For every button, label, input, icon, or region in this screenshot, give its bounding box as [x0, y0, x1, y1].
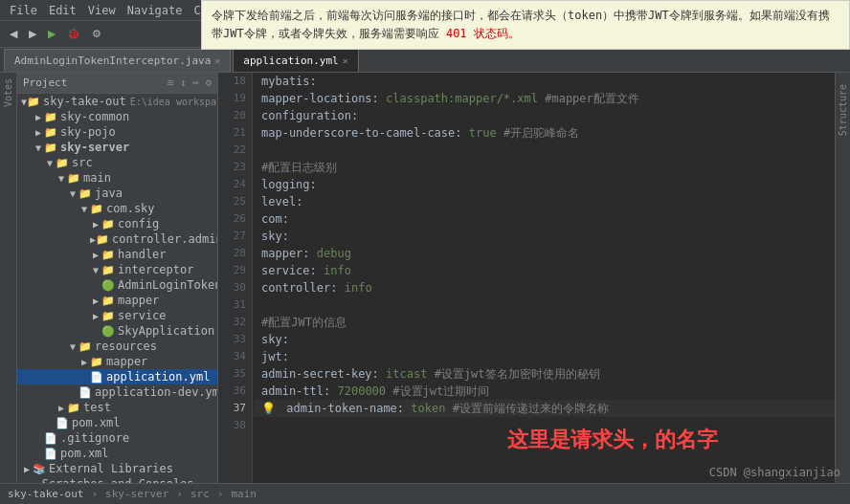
line-number: 38	[218, 417, 252, 434]
tree-item[interactable]: ▼📁sky-server	[17, 140, 217, 155]
code-line: configuration:	[254, 107, 835, 124]
tree-label: sky-common	[60, 110, 129, 123]
tree-item[interactable]: ▼📁com.sky	[17, 201, 217, 216]
tree-item[interactable]: ▶📁sky-common	[17, 109, 217, 124]
tree-item[interactable]: ▼📁interceptor	[17, 262, 217, 277]
line-number: 34	[218, 348, 252, 365]
tree-icon: 🟢	[101, 279, 115, 292]
tree-item[interactable]: ▶📁handler	[17, 247, 217, 262]
tab-interceptor[interactable]: AdminLoginTokenInterceptor.java ✕	[4, 49, 231, 72]
status-src: src	[190, 488, 210, 500]
tree-label: controller.admin	[112, 232, 217, 246]
tree-icon: 📁	[101, 295, 115, 307]
sidebar: Project ≡ ↕ ↔ ⚙ ▼📁sky-take-outE:\idea_wo…	[17, 73, 218, 483]
tab-bar: AdminLoginTokenInterceptor.java ✕ applic…	[0, 48, 850, 73]
tab-yml-label: application.yml	[243, 55, 338, 67]
line-number: 26	[218, 210, 252, 228]
tree-icon: 📁	[27, 96, 40, 108]
line-number: 25	[218, 193, 252, 210]
tree-item[interactable]: ▼📁src	[17, 155, 217, 170]
status-sep1: ›	[91, 488, 98, 500]
code-line: admin-ttl: 7200000 #设置jwt过期时间	[254, 383, 835, 400]
status-main: main	[231, 488, 257, 500]
status-sep2: ›	[176, 488, 183, 500]
tree-label: resources	[95, 340, 157, 353]
tab-yml-close[interactable]: ✕	[343, 55, 348, 66]
tree-item[interactable]: ▶📁mapper	[17, 293, 217, 308]
menu-edit[interactable]: Edit	[43, 4, 82, 17]
code-content: mybatis: mapper-locations: classpath:map…	[254, 73, 835, 483]
code-line	[254, 296, 835, 314]
line-number: 19	[218, 90, 252, 107]
tree-item[interactable]: ▶📁test	[17, 400, 217, 415]
tree-icon: 📄	[44, 448, 57, 460]
tree-item[interactable]: 🟢SkyApplication	[17, 323, 217, 339]
toolbar-back[interactable]: ◀	[6, 26, 21, 42]
code-line: jwt:	[254, 348, 835, 365]
tree-arrow: ▼	[90, 265, 101, 275]
line-number: 20	[218, 107, 252, 124]
toolbar-settings[interactable]: ⚙	[88, 26, 105, 42]
tree-icon: 📁	[78, 187, 92, 200]
tree-item[interactable]: ▶📁config	[17, 216, 217, 231]
tree-item[interactable]: 📄pom.xml	[17, 446, 217, 461]
tree-item[interactable]: ▼📁resources	[17, 339, 217, 354]
project-tree: ▼📁sky-take-outE:\idea_workspace_wh\wh_hu…	[17, 94, 217, 483]
tree-item[interactable]: 📄application-dev.yml	[17, 384, 217, 400]
tree-item[interactable]: ▶📁controller.admin	[17, 231, 217, 247]
tree-item[interactable]: 🟢AdminLoginTokenIntercepto	[17, 277, 217, 293]
tree-label: mapper	[118, 294, 159, 307]
tree-icon: 📁	[101, 264, 115, 276]
tree-extra: E:\idea_workspace_wh\wh_huangpu01	[130, 97, 217, 107]
tree-item[interactable]: ▼📁sky-take-outE:\idea_workspace_wh\wh_hu…	[17, 94, 217, 109]
menu-file[interactable]: File	[4, 4, 43, 17]
status-module: sky-server	[105, 488, 168, 500]
code-line: #配置日志级别	[254, 159, 835, 176]
tree-item[interactable]: 📄application.yml	[17, 369, 217, 384]
tree-item[interactable]: ▼📁main	[17, 170, 217, 186]
menu-view[interactable]: View	[82, 4, 122, 17]
toolbar-run[interactable]: ▶	[44, 26, 59, 42]
tree-icon: 📄	[56, 417, 69, 429]
line-number: 36	[218, 383, 252, 400]
tree-label: SkyApplication	[118, 324, 214, 338]
tree-arrow: ▼	[67, 341, 78, 352]
tree-arrow: ▶	[90, 311, 101, 321]
tree-icon: 📁	[44, 142, 57, 154]
popup-notification: 令牌下发给前端之后，前端每次访问服务端的接口时，都会在请求头（token）中携带…	[201, 0, 850, 50]
tree-icon: 📚	[33, 463, 46, 475]
code-line: com:	[254, 210, 835, 228]
tree-icon: 📁	[101, 218, 115, 230]
tree-label: .gitignore	[60, 431, 129, 445]
tree-item[interactable]: ▶📁mapper	[17, 354, 217, 369]
status-sep3: ›	[217, 488, 224, 500]
tree-label: application-dev.yml	[95, 385, 217, 399]
tab-interceptor-close[interactable]: ✕	[214, 55, 220, 66]
tree-item[interactable]: ▶📁service	[17, 308, 217, 323]
votes-panel: Votes	[0, 73, 17, 483]
tree-label: sky-take-out	[43, 95, 126, 108]
editor[interactable]: 1819202122232425262728293031323334353637…	[218, 73, 835, 483]
toolbar-debug[interactable]: 🐞	[63, 26, 84, 42]
tree-arrow: ▶	[78, 357, 90, 367]
menu-navigate[interactable]: Navigate	[122, 4, 189, 17]
tree-item[interactable]: ▼📁java	[17, 186, 217, 201]
line-number: 24	[218, 176, 252, 193]
tree-icon: 📄	[78, 386, 92, 399]
tab-application-yml[interactable]: application.yml ✕	[233, 49, 358, 72]
toolbar-forward[interactable]: ▶	[25, 26, 40, 42]
tree-label: java	[95, 186, 123, 200]
tree-arrow: ▶	[56, 403, 67, 413]
tree-item[interactable]: ▶📚External Libraries	[17, 461, 217, 476]
code-line: sky:	[254, 331, 835, 348]
line-number: 30	[218, 279, 252, 296]
tree-label: sky-server	[60, 141, 129, 154]
tree-item[interactable]: 📄pom.xml	[17, 415, 217, 430]
tree-label: config	[118, 217, 159, 230]
tree-item[interactable]: ✏️Scratches and Consoles	[17, 476, 217, 483]
line-number: 23	[218, 159, 252, 176]
tree-item[interactable]: 📄.gitignore	[17, 430, 217, 446]
structure-label: Structure	[838, 84, 848, 136]
tree-item[interactable]: ▶📁sky-pojo	[17, 124, 217, 140]
code-line: mapper: debug	[254, 245, 835, 262]
